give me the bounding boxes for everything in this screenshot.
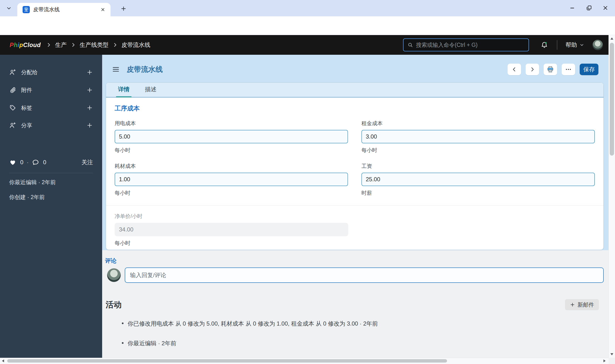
form-card: 详情 描述 工序成本 用电成本 每小时 租金成本 每小时 耗材成本 [106,82,604,250]
app-logo[interactable]: PhipCloud [10,41,41,49]
help-label: 帮助 [565,41,577,49]
scroll-left-arrow[interactable] [2,359,4,362]
user-avatar[interactable] [592,40,603,50]
restore-icon [586,5,592,11]
activity-list: 你已修改用电成本 从 0 修改为 5.00, 耗材成本 从 0 修改为 1.00… [122,320,594,359]
field-label: 租金成本 [361,120,595,127]
paperclip-icon [9,86,16,94]
vertical-scrollbar[interactable] [609,35,615,358]
global-search[interactable] [403,39,529,51]
form-sidebar: 分配给 附件 标签 分享 0 · 0 关注 你最近编辑 · 2年前 你创建 · … [0,55,102,358]
chevron-down-icon [579,42,584,47]
last-edited-text[interactable]: 你最近编辑 · 2年前 [9,179,95,186]
horizontal-scrollbar[interactable] [0,358,609,364]
field-label: 耗材成本 [115,163,348,170]
browser-tab-strip: 斐 皮带流水线 [0,0,615,16]
notification-dot [545,42,547,44]
chevron-right-icon [71,42,76,48]
section-divider [106,205,603,206]
tab-close-button[interactable] [99,6,107,13]
share-user-icon [9,122,16,129]
new-tab-button[interactable] [119,4,128,13]
tab-description[interactable]: 描述 [145,85,156,97]
heart-icon[interactable] [9,159,16,166]
printer-icon [547,66,554,73]
rent-cost-input[interactable] [361,130,595,143]
field-description: 每小时 [115,240,595,247]
activity-item: 你最近编辑 · 2年前 [122,339,594,347]
comment-user-avatar [107,268,121,282]
breadcrumb-production[interactable]: 生产 [55,41,67,49]
tab-details[interactable]: 详情 [118,85,130,97]
add-attachment-button[interactable] [86,87,93,93]
notifications-button[interactable] [541,41,548,49]
help-menu[interactable]: 帮助 [565,41,584,49]
sidebar-item-label: 附件 [21,86,32,94]
previous-record-button[interactable] [507,64,521,75]
plus-icon [120,6,127,12]
vertical-scrollbar-thumb[interactable] [610,43,614,156]
sidebar-item-attachments: 附件 [9,85,93,96]
browser-toolbar: 192.168.8.138/app/workstation-type/皮带流水线… [0,16,615,35]
plus-icon [570,302,575,307]
horizontal-scrollbar-thumb[interactable] [7,359,447,363]
minimize-icon [569,5,575,11]
wages-input[interactable] [361,173,595,186]
page-actions: 保存 [507,64,598,75]
form-body: 工序成本 用电成本 每小时 租金成本 每小时 耗材成本 每小时 [106,97,603,247]
favicon: 斐 [23,6,30,13]
save-button[interactable]: 保存 [580,64,598,75]
search-input[interactable] [416,42,525,48]
field-label: 净单价/小时 [115,213,595,220]
field-description: 时薪 [361,189,595,197]
new-email-label: 新邮件 [577,301,594,309]
comments-count[interactable]: 0 [43,159,46,166]
count-separator: · [27,159,28,166]
window-close-button[interactable] [599,2,611,14]
chevron-down-icon [6,5,12,11]
field-label: 用电成本 [115,120,348,127]
window-minimize-button[interactable] [566,2,578,14]
tab-search-button[interactable] [4,3,14,13]
new-email-button[interactable]: 新邮件 [565,299,599,310]
activity-item: 你已修改用电成本 从 0 修改为 5.00, 耗材成本 从 0 修改为 1.00… [122,320,594,327]
comment-bubble-icon[interactable] [32,159,39,166]
sidebar-item-tags: 标签 [9,102,93,113]
window-restore-button[interactable] [583,2,595,14]
more-options-button[interactable] [562,64,575,75]
likes-count[interactable]: 0 [20,159,23,166]
main-content: 皮带流水线 保存 详情 描述 工序成本 用电成本 [102,55,609,358]
activity-header: 活动 新邮件 [106,299,599,310]
breadcrumb-current[interactable]: 皮带流水线 [122,41,150,49]
field-description: 每小时 [115,189,348,197]
field-wages: 工资 时薪 [361,163,595,197]
bell-icon [541,41,548,49]
print-button[interactable] [544,64,557,75]
field-description: 每小时 [361,147,595,154]
page-head: 皮带流水线 保存 [112,63,598,75]
menu-icon[interactable] [112,65,120,74]
follow-toggle[interactable]: 关注 [82,158,93,166]
next-record-button[interactable] [526,64,539,75]
comment-input[interactable] [125,267,604,283]
tag-icon [9,104,16,111]
comment-box-row [107,267,604,283]
field-label: 工资 [361,163,595,170]
scroll-down-arrow[interactable] [610,353,613,355]
add-tag-button[interactable] [86,104,93,111]
electricity-cost-input[interactable] [115,130,348,143]
app-navbar: PhipCloud 生产 生产线类型 皮带流水线 帮助 [0,35,615,55]
add-assignment-button[interactable] [86,69,93,76]
created-text[interactable]: 你创建 · 2年前 [9,194,95,201]
chevron-right-icon [112,42,118,48]
net-rate-readonly-value: 34.00 [115,223,348,236]
scroll-right-arrow[interactable] [603,359,606,362]
scroll-up-arrow[interactable] [610,38,613,40]
navbar-divider [557,40,557,50]
activity-heading: 活动 [106,299,122,310]
consumable-cost-input[interactable] [115,173,348,186]
comments-heading: 评论 [105,257,117,265]
add-share-button[interactable] [86,122,93,129]
browser-tab[interactable]: 斐 皮带流水线 [17,3,110,16]
breadcrumb-workstation-type[interactable]: 生产线类型 [80,41,109,49]
